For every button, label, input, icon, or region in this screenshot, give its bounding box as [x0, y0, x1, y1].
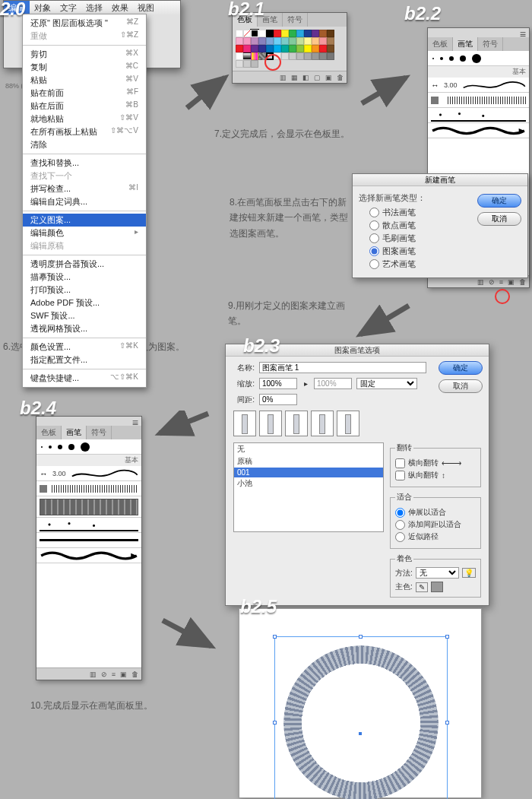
fit-approx[interactable]: 近似路径	[395, 531, 476, 542]
menu-effect[interactable]: 效果	[107, 1, 133, 14]
tile-start[interactable]	[311, 411, 334, 436]
tab-brushes[interactable]: 画笔	[453, 37, 478, 51]
flip-v[interactable]: 纵向翻转 ↕	[395, 470, 476, 480]
trash-icon[interactable]: 🗑	[337, 74, 344, 81]
tip-icon[interactable]: 💡	[462, 568, 476, 578]
list-item[interactable]: 原稿	[234, 455, 383, 468]
brush-size-5[interactable]	[472, 54, 481, 63]
mi-paste-inplace[interactable]: 就地粘贴⇧⌘V	[23, 113, 146, 125]
swatch-libs-icon[interactable]: ▥	[280, 74, 287, 81]
trash-icon[interactable]: 🗑	[131, 671, 138, 678]
menu-select[interactable]: 选择	[81, 1, 107, 14]
brush-size-5[interactable]	[81, 442, 90, 452]
remove-stroke-icon[interactable]: ⊘	[101, 671, 107, 678]
list-item[interactable]: 无	[234, 443, 383, 455]
opt-pattern[interactable]: 图案画笔	[369, 246, 473, 257]
mi-grid[interactable]: 透视网格预设...	[23, 322, 146, 335]
art-brush-2[interactable]	[40, 549, 138, 563]
brush-size-1[interactable]	[41, 446, 43, 448]
remove-stroke-icon[interactable]: ⊘	[489, 278, 495, 286]
key-color-swatch[interactable]	[431, 582, 443, 592]
fit-space[interactable]: 添加间距以适合	[395, 519, 476, 530]
new-brush-icon[interactable]: ▣	[120, 671, 127, 678]
tab-symbols[interactable]: 符号	[478, 37, 503, 51]
mi-trace[interactable]: 描摹预设...	[23, 271, 146, 284]
name-input[interactable]	[259, 362, 426, 373]
mi-profile[interactable]: 指定配置文件...	[23, 354, 146, 366]
opt-calligraphic[interactable]: 书法画笔	[369, 207, 473, 218]
mi-spell[interactable]: 拼写检查...⌘I	[23, 182, 146, 195]
mi-find[interactable]: 查找和替换...	[23, 157, 146, 170]
art-brush-line[interactable]	[40, 539, 138, 541]
mi-paste-all[interactable]: 在所有画板上粘贴⇧⌘⌥V	[23, 125, 146, 138]
brush-size-3[interactable]	[58, 445, 62, 449]
opt-art[interactable]: 艺术画笔	[369, 258, 473, 270]
brush-libs-icon[interactable]: ▥	[90, 671, 97, 678]
art-brush-1[interactable]	[40, 519, 138, 531]
tile-side[interactable]	[233, 411, 256, 436]
trash-icon[interactable]: 🗑	[519, 278, 526, 286]
art-brush-1[interactable]	[431, 109, 526, 122]
mi-define-pattern[interactable]: 定义图案...	[23, 214, 146, 227]
mi-paste-front[interactable]: 贴在前面⌘F	[23, 87, 146, 100]
flip-h[interactable]: 横向翻转 ⟵⟶	[395, 458, 476, 468]
mi-paste-back[interactable]: 贴在后面⌘B	[23, 100, 146, 113]
brush-size-4[interactable]	[68, 444, 74, 450]
mi-color[interactable]: 颜色设置...⇧⌘K	[23, 341, 146, 354]
mi-cut[interactable]: 剪切⌘X	[23, 48, 146, 61]
swatch-opts-icon[interactable]: ◧	[302, 74, 309, 81]
brush-size-2[interactable]	[440, 57, 443, 60]
art-brush-2[interactable]	[431, 124, 526, 138]
list-item[interactable]: 001	[234, 468, 383, 477]
fit-stretch[interactable]: 伸展以适合	[395, 507, 476, 518]
swatch-grid[interactable]	[233, 27, 347, 71]
mi-pdf[interactable]: Adobe PDF 预设...	[23, 296, 146, 309]
tint-method-select[interactable]: 无	[416, 567, 459, 579]
brush-opts-icon[interactable]: ≡	[112, 671, 116, 678]
ok-button[interactable]: 确定	[439, 361, 483, 375]
new-pattern-brush-row[interactable]	[36, 496, 141, 518]
brush-size-3[interactable]	[449, 56, 454, 61]
tab-brushes[interactable]: 画笔	[62, 426, 87, 439]
tile-end[interactable]	[337, 411, 359, 436]
mi-clear[interactable]: 清除	[23, 138, 146, 151]
cancel-button[interactable]: 取消	[477, 212, 521, 226]
brush-opts-icon[interactable]: ≡	[499, 278, 503, 286]
brush-libs-icon[interactable]: ▥	[477, 278, 484, 286]
opt-scatter[interactable]: 散点画笔	[369, 220, 473, 231]
tab-swatches[interactable]: 色板	[36, 426, 62, 439]
eyedropper-icon[interactable]: ✎	[416, 582, 428, 592]
tab-symbols[interactable]: 符号	[87, 426, 112, 439]
ok-button[interactable]: 确定	[477, 194, 521, 208]
pattern-list[interactable]: 无 原稿 001 小池	[233, 442, 384, 532]
panel-menu-icon[interactable]: ≡	[520, 28, 526, 37]
mi-undo[interactable]: 还原" 图层面板选项 "⌘Z	[23, 17, 146, 30]
brush-size-4[interactable]	[460, 55, 466, 62]
new-group-icon[interactable]: ▢	[314, 74, 321, 81]
scale-from-input[interactable]	[259, 378, 297, 389]
opt-bristle[interactable]: 毛刷画笔	[369, 233, 473, 244]
tile-inner-corner[interactable]	[285, 411, 308, 436]
menu-view[interactable]: 视图	[133, 1, 159, 14]
mi-edit-colors[interactable]: 编辑颜色▸	[23, 227, 146, 239]
mi-dict[interactable]: 编辑自定词典...	[23, 195, 146, 208]
menu-type[interactable]: 文字	[55, 1, 81, 14]
mi-copy[interactable]: 复制⌘C	[23, 61, 146, 74]
cancel-button[interactable]: 取消	[439, 379, 483, 393]
mi-trans[interactable]: 透明度拼合器预设...	[23, 258, 146, 271]
brush-size-2[interactable]	[49, 445, 52, 449]
list-item[interactable]: 小池	[234, 477, 383, 490]
tab-symbols[interactable]: 符号	[283, 13, 308, 27]
gap-input[interactable]	[259, 394, 297, 405]
swatch-menu-icon[interactable]: ▦	[291, 74, 298, 81]
mi-paste[interactable]: 粘贴⌘V	[23, 74, 146, 87]
mi-print[interactable]: 打印预设...	[23, 284, 146, 296]
mi-keys[interactable]: 键盘快捷键...⌥⇧⌘K	[23, 372, 146, 385]
menu-object[interactable]: 对象	[30, 1, 55, 14]
scale-mode-select[interactable]: 固定	[356, 378, 417, 389]
new-brush-icon[interactable]: ▣	[508, 278, 515, 286]
brush-size-1[interactable]	[432, 58, 434, 59]
tile-outer-corner[interactable]	[259, 411, 282, 436]
mi-swf[interactable]: SWF 预设...	[23, 309, 146, 322]
new-swatch-icon[interactable]: ▣	[325, 74, 332, 81]
